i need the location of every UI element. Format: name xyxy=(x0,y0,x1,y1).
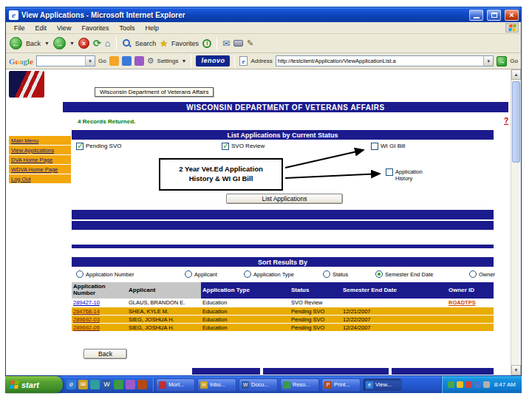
history-icon[interactable] xyxy=(202,39,211,48)
home-icon[interactable]: ⌂ xyxy=(105,38,111,49)
stop-icon[interactable]: × xyxy=(78,38,89,49)
address-input[interactable] xyxy=(276,56,484,66)
menu-file[interactable]: File xyxy=(9,22,30,33)
tray-icon[interactable] xyxy=(466,381,472,388)
ie-window: e View Applications - Microsoft Internet… xyxy=(5,7,522,376)
taskbar-button-document[interactable]: W Docu... xyxy=(239,378,278,392)
column-header-applicant[interactable]: Applicant xyxy=(127,282,201,299)
help-icon[interactable]: ? xyxy=(504,117,508,125)
status-cell: Pending SVO xyxy=(290,324,341,331)
vertical-scrollbar[interactable]: ▲ ▼ xyxy=(511,69,521,375)
menu-edit[interactable]: Edit xyxy=(30,22,52,33)
tray-icon[interactable] xyxy=(448,381,454,388)
google-plugin-icon[interactable] xyxy=(134,56,144,66)
checkbox-wi-gi-bill[interactable] xyxy=(371,143,378,150)
close-button[interactable]: × xyxy=(505,10,519,21)
google-search-box[interactable]: ▼ xyxy=(36,55,95,66)
search-label[interactable]: Search xyxy=(135,40,157,47)
column-header-owner-id[interactable]: Owner ID xyxy=(447,282,494,299)
application-number-link[interactable]: 284768-14 xyxy=(73,308,100,315)
edit-icon[interactable]: ✎ xyxy=(247,38,253,48)
taskbar-buttons: Mort... ✉ Inbo... W Docu... Reso... P Pr… xyxy=(156,378,402,392)
application-number-link[interactable]: 289692-03 xyxy=(73,316,100,323)
checkbox-row: SVO Review xyxy=(222,143,265,150)
radio-application-number[interactable] xyxy=(76,270,83,278)
column-header-semester-end-date[interactable]: Semester End Date xyxy=(341,282,447,299)
tray-icon[interactable] xyxy=(483,381,490,388)
address-box[interactable]: ▼ xyxy=(276,55,494,66)
quicklaunch-app-icon[interactable] xyxy=(126,380,135,389)
menu-view[interactable]: View xyxy=(52,22,76,33)
start-button[interactable]: start xyxy=(5,376,63,393)
sort-option: Owner xyxy=(469,270,495,279)
sidebar-item-view-applications[interactable]: View Applications xyxy=(9,146,71,154)
scroll-down-icon[interactable]: ▼ xyxy=(511,365,521,375)
checkbox-application-history[interactable] xyxy=(386,168,393,176)
refresh-icon[interactable]: ⟳ xyxy=(93,38,101,49)
back-dropdown-icon[interactable]: ▼ xyxy=(44,41,50,46)
go-arrow-icon[interactable]: → xyxy=(497,56,507,66)
radio-applicant[interactable] xyxy=(185,270,192,278)
maximize-button[interactable] xyxy=(487,10,501,21)
address-dropdown-icon[interactable]: ▼ xyxy=(483,56,493,66)
settings-label[interactable]: Settings xyxy=(157,58,179,64)
sidebar-item-dva-home-page[interactable]: DVA Home Page xyxy=(9,155,71,164)
print-icon[interactable] xyxy=(233,40,243,47)
taskbar-button-inbox[interactable]: ✉ Inbo... xyxy=(197,378,236,392)
scroll-up-icon[interactable]: ▲ xyxy=(511,69,521,80)
mail-icon[interactable]: ✉ xyxy=(222,38,230,49)
application-number-link[interactable]: 289427-10 xyxy=(73,299,100,306)
go-label[interactable]: Go xyxy=(510,58,518,64)
google-go-button[interactable]: Go xyxy=(98,58,106,64)
quicklaunch-app-icon[interactable] xyxy=(114,380,123,389)
back-icon[interactable]: ← xyxy=(10,37,22,50)
menu-tools[interactable]: Tools xyxy=(114,22,140,33)
column-header-application-type[interactable]: Application Type xyxy=(201,282,290,299)
search-icon[interactable] xyxy=(122,38,132,48)
menu-help[interactable]: Help xyxy=(140,22,164,33)
application-number-link[interactable]: 289692-05 xyxy=(73,324,100,331)
sidebar-nav: Main Menu View Applications DVA Home Pag… xyxy=(9,136,71,184)
settings-dropdown-icon[interactable]: ▼ xyxy=(181,58,186,64)
favorites-icon[interactable]: ★ xyxy=(160,38,168,49)
radio-owner[interactable] xyxy=(469,270,477,278)
google-plugin-icon[interactable] xyxy=(109,56,119,66)
quicklaunch-word-icon[interactable]: W xyxy=(102,380,112,389)
taskbar-button-print[interactable]: P Print... xyxy=(321,378,361,392)
quicklaunch-desktop-icon[interactable] xyxy=(90,380,100,389)
favorites-label[interactable]: Favorites xyxy=(171,40,199,47)
google-plugin-icon[interactable] xyxy=(122,56,132,66)
google-search-input[interactable] xyxy=(37,56,85,66)
list-applications-button[interactable]: List Applications xyxy=(226,194,343,204)
scrollbar-thumb[interactable] xyxy=(512,81,520,163)
taskbar-button-resources[interactable]: Reso... xyxy=(280,378,319,392)
owner-id-link[interactable]: ROADTPS xyxy=(449,299,476,306)
quicklaunch-app-icon[interactable] xyxy=(137,380,147,389)
chevron-down-icon[interactable]: ▼ xyxy=(85,56,95,66)
taskbar-button-mort[interactable]: Mort... xyxy=(156,378,195,392)
sidebar-item-log-out[interactable]: Log Out xyxy=(9,174,71,183)
quicklaunch-ie-icon[interactable]: e xyxy=(66,380,76,389)
radio-status[interactable] xyxy=(323,270,330,278)
applicant-cell: SIEG, JOSHUA H. xyxy=(127,324,201,331)
forward-icon[interactable]: → xyxy=(53,37,66,50)
column-header-application-number[interactable]: Application Number xyxy=(72,282,127,299)
menu-favorites[interactable]: Favorites xyxy=(76,22,114,33)
taskbar-button-view[interactable]: e View... xyxy=(363,378,402,392)
tray-icon[interactable] xyxy=(457,381,463,388)
back-button[interactable]: Back xyxy=(83,349,127,359)
column-header-status[interactable]: Status xyxy=(290,282,341,299)
quicklaunch-mail-icon[interactable]: ✉ xyxy=(78,380,88,389)
forward-dropdown-icon[interactable]: ▼ xyxy=(69,41,75,46)
settings-gear-icon[interactable]: ⚙ xyxy=(147,56,154,66)
sidebar-item-wdva-home-page[interactable]: WDVA Home Page xyxy=(9,165,71,174)
checkbox-pending-svo[interactable] xyxy=(76,143,83,150)
back-label[interactable]: Back xyxy=(26,40,41,47)
radio-semester-end-date[interactable] xyxy=(375,270,383,278)
radio-application-type[interactable] xyxy=(244,270,251,278)
minimize-button[interactable] xyxy=(469,10,483,21)
taskbar-button-icon xyxy=(283,381,290,389)
sidebar-item-main-menu[interactable]: Main Menu xyxy=(9,136,71,145)
tray-icon[interactable] xyxy=(474,381,481,388)
checkbox-svo-review[interactable] xyxy=(222,143,229,150)
